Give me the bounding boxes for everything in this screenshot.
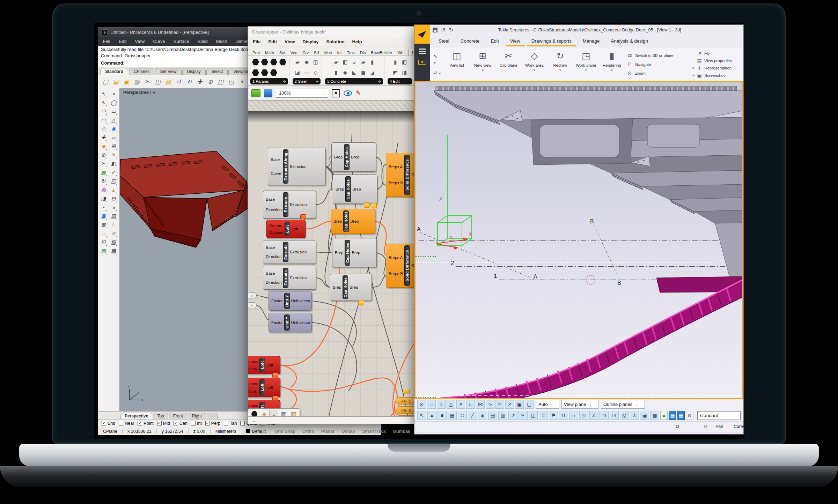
concrete-icon-8[interactable]: ▮ — [368, 58, 376, 66]
warning-balloon-icon[interactable] — [272, 373, 278, 378]
check-icon[interactable]: ✓ — [109, 168, 118, 177]
fly-button[interactable]: ⇗Fly — [692, 51, 743, 56]
units-label[interactable]: Millimeters — [211, 429, 242, 434]
param-icon[interactable] — [261, 58, 269, 66]
save-icon[interactable] — [433, 28, 438, 32]
zoom-extents-icon[interactable]: ◳ — [227, 77, 236, 86]
concrete-icon-2[interactable]: ◧ — [341, 58, 349, 66]
osnap-near[interactable]: Near — [119, 421, 134, 426]
package-icon[interactable]: ▥ — [289, 410, 298, 416]
osnap-tan[interactable]: Tan — [224, 421, 237, 426]
pan-icon[interactable]: ✚ — [195, 77, 204, 86]
work-plane-button[interactable]: ◳ Work plane ▼ — [573, 47, 599, 81]
blend-icon[interactable]: ◍ — [99, 186, 108, 194]
gh-group-label[interactable]: 4 Edit — [388, 78, 412, 84]
redraw-button[interactable]: ↻ Redraw ▼ — [547, 47, 573, 81]
tekla-window[interactable]: ↺ ↻ Tekla Structures - C:\TeklaStructure… — [414, 24, 744, 435]
snap-icon-7[interactable]: ∿ — [486, 400, 494, 409]
pipe-icon[interactable]: ◌ — [99, 229, 108, 238]
viewport-tab-[interactable]: + — [207, 413, 218, 419]
snap-icon-9[interactable]: ↗ — [505, 400, 514, 409]
arc-icon[interactable]: ◠ — [99, 107, 108, 116]
param-icon[interactable] — [261, 69, 269, 76]
gh-node-loft[interactable]: CurvesOptions Loft Loft — [266, 220, 306, 238]
tool-icon-21[interactable]: ∧ — [630, 411, 639, 420]
rhino-tab-standard[interactable]: Standard — [100, 68, 128, 75]
bake-icon[interactable]: ↓ — [270, 410, 278, 416]
viewport-tab-perspective[interactable]: Perspective — [120, 413, 152, 419]
zoom-button[interactable]: ⊙Zoom — [626, 70, 690, 76]
drape-icon[interactable]: ▧ — [99, 247, 108, 255]
gh-tab-bowlbuilder[interactable]: BowlBuilder — [370, 50, 392, 55]
gh-group-label[interactable]: 3 Concrete✛ — [325, 78, 383, 84]
rhino-tab-display[interactable]: Display — [182, 68, 206, 75]
rhino-menu-file[interactable]: File — [103, 39, 110, 44]
fillet-icon[interactable]: ◔ — [99, 203, 108, 212]
snap-icon-0[interactable]: ⊠ — [417, 400, 426, 409]
polygon-icon[interactable]: ◻ — [99, 116, 108, 124]
gh-menu-edit[interactable]: Edit — [268, 39, 277, 44]
active-layer[interactable]: Default — [241, 429, 271, 434]
status-toggle-planar[interactable]: Planar — [318, 429, 338, 434]
tool-icon-18[interactable]: ⊓ — [600, 411, 609, 420]
gh-node-loft[interactable]: urvestions Loft Loft — [248, 356, 280, 374]
work-area-button[interactable]: ◇ Work area ▼ — [521, 47, 547, 81]
rhino-tab-select[interactable]: Select — [206, 68, 228, 75]
gh-group-label[interactable]: 1 Params✛ — [250, 78, 288, 84]
tool-icon-9[interactable]: ↗ — [508, 411, 517, 420]
box-component-icon[interactable]: ◈ — [260, 410, 269, 416]
steel-icon-4[interactable]: ◫ — [312, 58, 319, 66]
tool-icon-3[interactable]: ▦ — [448, 411, 457, 420]
tool-icon-13[interactable]: ⚑ — [549, 411, 558, 420]
zoom-window-icon[interactable]: ◰ — [216, 77, 225, 86]
rhino-menu-curve[interactable]: Curve — [153, 39, 165, 44]
material-icon[interactable]: ▤ — [109, 212, 118, 220]
concrete-icon-1[interactable]: ▮ — [332, 69, 340, 76]
steel-icon-0[interactable]: ▰ — [294, 58, 301, 66]
screenshot-button[interactable]: ▼▣Screenshot — [692, 73, 743, 78]
cplane-toggle[interactable]: CPlane — [98, 429, 123, 434]
gh-node-extrude[interactable]: BaseDirection Extrude Extrusion — [263, 240, 316, 264]
tekla-menu-view[interactable]: View — [506, 36, 525, 46]
view-list-button[interactable]: ◫ View list — [444, 47, 470, 81]
redo-icon[interactable]: ↻ — [449, 27, 454, 33]
gh-node-unit-y[interactable]: Factor Unit Y Unit vector — [269, 313, 312, 332]
list-icon[interactable]: ≣ — [109, 229, 118, 238]
extrude-icon[interactable]: ▲ — [109, 186, 118, 194]
gh-node-extrude[interactable]: BaseDirection Extrude Extrusion — [263, 266, 316, 290]
cut-icon[interactable]: ✂ — [143, 77, 152, 86]
gh-node-cap-holes[interactable]: Brep Cap Holes Brep — [331, 209, 375, 234]
cage-icon[interactable]: ⊡ — [99, 238, 108, 246]
rendering-button[interactable]: ▮ Rendering ▼ — [599, 47, 625, 81]
param-icon[interactable] — [270, 69, 278, 76]
trim-icon[interactable]: ✂ — [99, 160, 108, 168]
tool-icon-15[interactable]: ∩ — [569, 411, 578, 420]
gh-node-cap-holes[interactable]: Brep Cap Holes Brep — [331, 142, 376, 172]
osnap-perp[interactable]: Perp — [205, 421, 220, 426]
surface-icon[interactable]: ◧ — [109, 160, 118, 168]
concrete-icon-5[interactable]: ◣ — [350, 69, 358, 76]
tekla-logo-icon[interactable] — [414, 25, 430, 44]
checkbox-icon[interactable] — [102, 421, 106, 425]
warning-balloon-icon[interactable] — [358, 300, 364, 305]
hexagon-param-icon[interactable] — [250, 410, 259, 416]
tekla-menu-drawings-reports[interactable]: Drawings & reports — [527, 36, 576, 46]
hatch-icon[interactable]: ▨ — [109, 238, 118, 246]
snap-icon-6[interactable]: ⋈ — [476, 400, 485, 409]
shade-icon[interactable]: ◑ — [237, 77, 246, 86]
gh-tab-msh[interactable]: Msh — [324, 50, 332, 55]
gh-tab-crv[interactable]: Crv — [302, 50, 309, 55]
gh-node-cap-holes[interactable]: Brep Cap Holes Brep — [330, 274, 372, 301]
osnap-cen[interactable]: Cen — [174, 421, 188, 426]
zoom-level-select[interactable]: 100%⌄ — [276, 89, 328, 98]
rhino-menu-surface[interactable]: Surface — [174, 39, 189, 44]
diamond-icon[interactable]: ◇ — [99, 125, 108, 133]
gem-icon[interactable]: ◊ — [109, 221, 118, 229]
new-view-button[interactable]: ⊞ New view ▼ — [470, 47, 495, 81]
offset-icon[interactable]: ⊟ — [109, 194, 118, 203]
concrete-icon-3[interactable]: ◆ — [341, 69, 349, 76]
boolean-icon[interactable]: ⊕ — [99, 151, 108, 159]
checkbox-icon[interactable] — [119, 421, 123, 425]
gh-tab-prm[interactable]: Prm — [252, 50, 260, 55]
tool-icon-8[interactable]: ▥ — [498, 411, 507, 420]
